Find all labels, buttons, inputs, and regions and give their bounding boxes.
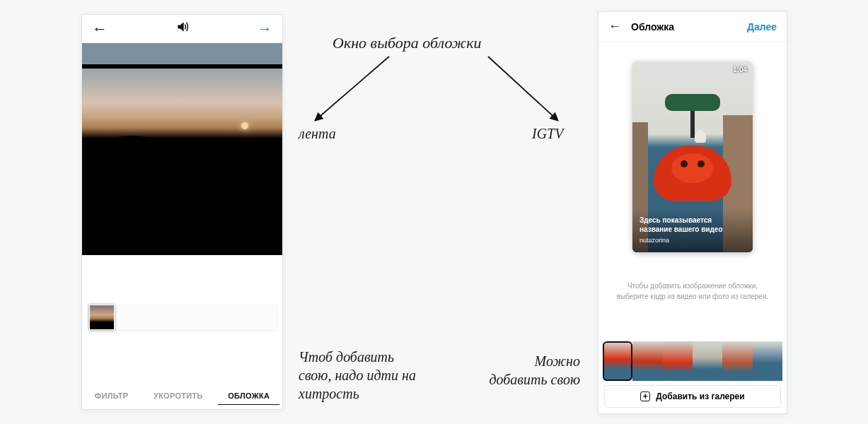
next-button[interactable]: Далее	[747, 21, 777, 33]
sound-on-icon[interactable]	[175, 20, 190, 37]
frame-thumb[interactable]	[693, 341, 722, 381]
feed-header: ← →	[82, 15, 282, 43]
feed-frame-selector[interactable]	[82, 305, 282, 330]
svg-line-0	[316, 57, 389, 120]
igtv-cover-screen: ← Обложка Далее 1:04 Здесь показывается …	[598, 11, 787, 414]
annotation-right-label: IGTV	[532, 126, 563, 142]
igtv-frame-strip[interactable]	[603, 341, 782, 381]
frame-thumb[interactable]	[603, 341, 632, 381]
video-duration: 1:04	[733, 66, 747, 73]
frame-thumb[interactable]	[753, 341, 782, 381]
selected-frame-thumb[interactable]	[89, 305, 115, 330]
cover-username: nutazorina	[640, 237, 746, 244]
tab-filter[interactable]: ФИЛЬТР	[85, 387, 139, 404]
add-from-gallery-label: Добавить из галереи	[656, 391, 744, 401]
plus-icon: +	[640, 391, 650, 401]
svg-line-1	[488, 57, 557, 120]
add-from-gallery-button[interactable]: + Добавить из галереи	[604, 385, 781, 408]
annotation-bottom-left: Чтоб добавить свою, надо идти на хитрост…	[299, 348, 426, 403]
back-arrow-icon[interactable]: ←	[608, 19, 621, 34]
igtv-header: ← Обложка Далее	[598, 12, 787, 42]
back-arrow-icon[interactable]: ←	[92, 20, 108, 38]
annotation-bottom-right: Можно добавить свою	[488, 352, 580, 389]
tab-cover[interactable]: ОБЛОЖКА	[218, 387, 279, 405]
frame-thumb[interactable]	[722, 341, 752, 381]
forward-arrow-icon[interactable]: →	[257, 20, 272, 38]
cover-hint-text: Чтобы добавить изображение обложки, выбе…	[611, 281, 774, 302]
page-title: Обложка	[631, 21, 747, 33]
frame-thumb[interactable]	[663, 341, 693, 381]
tab-trim[interactable]: УКОРОТИТЬ	[144, 387, 213, 404]
feed-bottom-tabs: ФИЛЬТР УКОРОТИТЬ ОБЛОЖКА	[82, 382, 282, 409]
feed-cover-preview	[82, 43, 282, 255]
frame-thumb[interactable]	[632, 341, 662, 381]
cover-title-placeholder: Здесь показывается название вашего видео	[640, 216, 746, 234]
annotation-title: Окно выбора обложки	[332, 34, 482, 52]
igtv-cover-preview: 1:04 Здесь показывается название вашего …	[632, 61, 753, 252]
feed-cover-screen: ← → ФИЛЬТР УКОРОТИТЬ ОБЛОЖКА	[81, 14, 283, 410]
annotation-left-label: лента	[299, 126, 336, 142]
